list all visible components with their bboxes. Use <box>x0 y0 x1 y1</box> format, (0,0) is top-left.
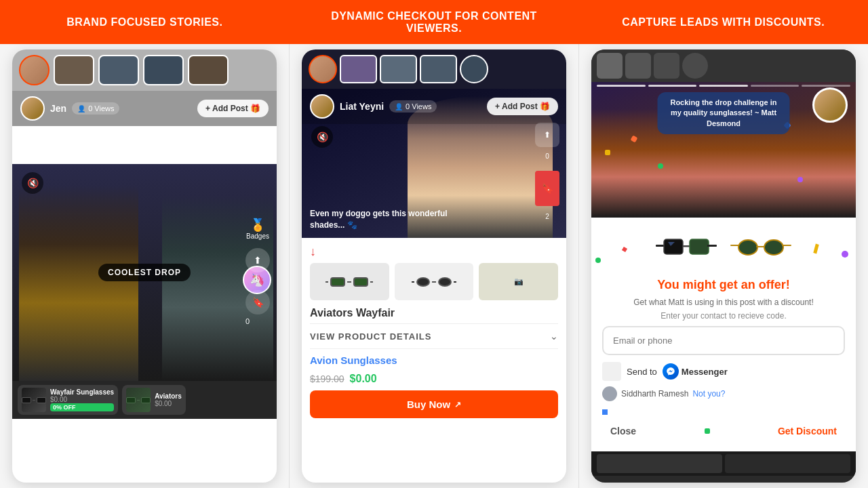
bookmark-count-1: 0 <box>245 317 250 325</box>
story-thumb-p2-1[interactable] <box>309 55 337 83</box>
messenger-row[interactable]: Messenger <box>663 363 728 380</box>
blue-square-deco <box>602 409 608 415</box>
down-arrow-icon: ↓ <box>310 245 558 259</box>
product-item-1[interactable]: Wayfair Sunglasses $0.00 0% OFF <box>18 385 118 415</box>
caption-p2: Even my doggo gets this wonderful shades… <box>310 208 456 231</box>
story-thumb-3[interactable] <box>98 55 139 85</box>
avatar-liat <box>310 94 334 119</box>
story-progress-p3 <box>597 85 850 87</box>
story-thumb-2[interactable] <box>54 55 94 85</box>
story-th-4[interactable] <box>682 53 708 79</box>
video-content-3: Rocking the drop challenge in my quality… <box>591 82 856 218</box>
product-item-2[interactable]: Aviators $0.00 <box>122 385 186 415</box>
product-price-2: $0.00 <box>155 400 182 407</box>
panel3-title-section: CAPTURE LEADS WITH DISCOUNTS. <box>578 0 868 44</box>
get-discount-button[interactable]: Get Discount <box>770 420 845 442</box>
buy-now-button[interactable]: Buy Now ↗ <box>310 390 558 418</box>
user-tiny-avatar <box>602 386 617 401</box>
lens-left-2 <box>416 277 430 287</box>
price-row: $199.00 $0.00 <box>310 373 558 385</box>
story-seg-2 <box>648 85 697 87</box>
badge-icon: 🏅 <box>250 218 265 232</box>
like-button-1[interactable]: 🔖 0 <box>245 290 270 327</box>
checkout-area: ↓ <box>302 238 566 425</box>
confetti-2 <box>658 163 663 169</box>
close-button[interactable]: Close <box>602 420 644 442</box>
product-price-1: $0.00 <box>50 396 114 403</box>
bridge-2 <box>432 281 436 283</box>
story-thumb-4[interactable] <box>143 55 184 85</box>
add-post-button-1[interactable]: + Add Post 🎁 <box>197 100 269 117</box>
panel1-title-section: BRAND FOCUSED STORIES. <box>0 0 290 44</box>
fb-icon-wrap <box>602 362 621 381</box>
send-to-row: Send to Messenger <box>602 362 845 381</box>
view-details-text: VIEW PRODUCT DETAILS <box>310 331 431 342</box>
product-img-2 <box>395 263 474 300</box>
story-th-2[interactable] <box>625 53 651 79</box>
confetti-4 <box>797 177 803 182</box>
panel2-title: DYNAMIC CHECKOUT FOR CONTENT VIEWERS. <box>303 10 566 35</box>
story-thumb-1[interactable] <box>19 55 50 85</box>
not-you-link[interactable]: Not you? <box>692 389 725 399</box>
glasses-img-1 <box>326 277 373 287</box>
phone-frame-1: Jen 👤 0 Views + Add Post 🎁 I love my avi… <box>12 49 277 483</box>
svg-rect-3 <box>690 239 709 254</box>
lens-right-1 <box>353 277 368 287</box>
panel3-title: CAPTURE LEADS WITH DISCOUNTS. <box>622 16 825 28</box>
username-jen: Jen <box>50 103 66 114</box>
svg-rect-2 <box>683 245 690 247</box>
caption-1: I love my avion sunglasses! So easy to g… <box>12 126 277 164</box>
bridge-1 <box>347 281 351 283</box>
glasses-hero-left <box>656 232 717 266</box>
product-thumb-1 <box>22 388 46 412</box>
share-count-2: 0 <box>545 152 549 160</box>
story-thumb-p2-4[interactable] <box>420 55 457 83</box>
contact-input[interactable] <box>602 326 845 355</box>
panel3: Rocking the drop challenge in my quality… <box>579 44 868 488</box>
user-confirm-row: Siddharth Ramesh Not you? <box>602 386 845 401</box>
username-liat: Liat Yeyni <box>340 101 384 112</box>
svg-rect-9 <box>782 245 791 246</box>
user-info-p2: Liat Yeyni 👤 0 Views <box>310 94 437 119</box>
share-button-1[interactable]: ⬆ <box>245 248 270 272</box>
share-icon: ⬆ <box>544 130 551 140</box>
top-bar-p3 <box>591 49 856 82</box>
stories-bar-2 <box>302 49 566 89</box>
svg-rect-1 <box>664 239 683 254</box>
brand-link[interactable]: Avion Sunglasses <box>310 354 558 366</box>
svg-point-8 <box>764 240 783 255</box>
story-th-3[interactable] <box>654 53 679 79</box>
story-thumb-p2-5[interactable] <box>460 55 488 83</box>
bookmark-button-2[interactable]: 🔖 <box>535 171 559 206</box>
offer-subtitle-line2: discount! <box>781 298 814 307</box>
confetti-5 <box>605 150 610 155</box>
offer-subtitle: Get what Matt is using in this post with… <box>602 296 845 308</box>
product-info-1: Wayfair Sunglasses $0.00 0% OFF <box>50 388 114 411</box>
add-post-button-2[interactable]: + Add Post 🎁 <box>487 98 558 115</box>
product-images-row: 📷 <box>310 263 558 300</box>
messenger-label: Messenger <box>682 367 728 377</box>
story-seg-3 <box>699 85 748 87</box>
discount-badge-1: 0% OFF <box>50 403 114 411</box>
original-price: $199.00 <box>310 373 344 384</box>
mute-icon-2[interactable]: 🔇 <box>311 126 333 148</box>
story-thumb-p2-2[interactable] <box>340 55 377 83</box>
chevron-down-icon: ⌄ <box>550 331 558 342</box>
phone-frame-2: Liat Yeyni 👤 0 Views + Add Post 🎁 🔇 Even… <box>302 49 566 483</box>
story-thumb-5[interactable] <box>188 55 229 85</box>
bottom-item-2 <box>725 454 850 473</box>
story-thumb-p2-3[interactable] <box>380 55 417 83</box>
offer-title: You might get an offer! <box>602 278 845 292</box>
share-button-2[interactable]: ⬆ <box>535 123 559 147</box>
messenger-icon <box>663 363 679 380</box>
story-seg-1 <box>597 85 646 87</box>
views-count-1: 0 Views <box>88 104 114 113</box>
product-img-1 <box>310 263 389 300</box>
panel1: Jen 👤 0 Views + Add Post 🎁 I love my avi… <box>0 44 290 488</box>
view-details-row[interactable]: VIEW PRODUCT DETAILS ⌄ <box>310 323 558 349</box>
share-count-1: 0 <box>256 275 260 283</box>
person-left <box>19 186 138 381</box>
main-content: Jen 👤 0 Views + Add Post 🎁 I love my avi… <box>0 44 868 488</box>
avatar-jen <box>20 96 45 121</box>
story-th-1[interactable] <box>597 53 623 79</box>
